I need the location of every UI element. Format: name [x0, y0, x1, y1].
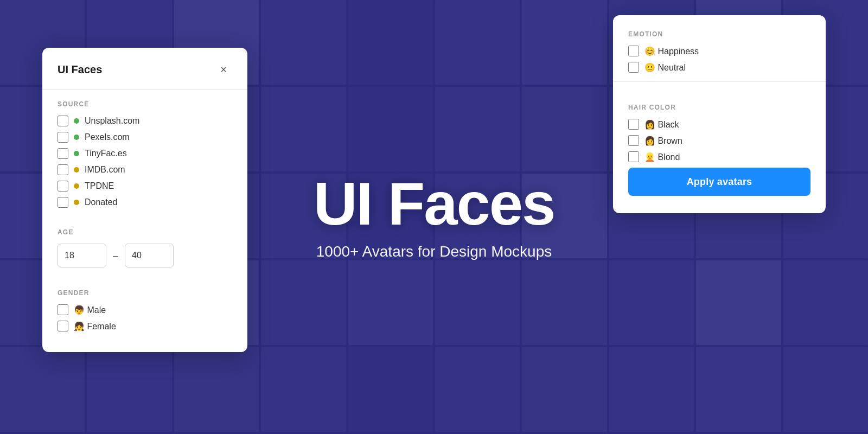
source-section: SOURCE Unsplash.com Pexels.com TinyFac.e…: [42, 90, 247, 208]
hair-color-label: HAIR COLOR: [628, 104, 810, 111]
emotion-happiness-checkbox[interactable]: [628, 46, 639, 56]
source-donated-checkbox[interactable]: [58, 197, 68, 208]
emotion-happiness[interactable]: 😊 Happiness: [628, 46, 810, 56]
hair-brown-checkbox[interactable]: [628, 135, 639, 146]
gender-label: GENDER: [58, 289, 232, 297]
hair-black-checkbox[interactable]: [628, 119, 639, 130]
gender-female[interactable]: 👧 Female: [58, 321, 232, 331]
left-panel: UI Faces × SOURCE Unsplash.com Pexels.co…: [42, 48, 247, 352]
hero-subtitle: 1000+ Avatars for Design Mockups: [314, 243, 555, 260]
hair-blond-checkbox[interactable]: [628, 151, 639, 162]
source-donated-label: Donated: [85, 197, 118, 207]
age-separator: –: [113, 250, 118, 261]
age-min-input[interactable]: [58, 244, 106, 267]
gender-female-checkbox[interactable]: [58, 321, 68, 331]
source-unsplash-label: Unsplash.com: [85, 116, 139, 126]
source-pexels-checkbox[interactable]: [58, 132, 68, 143]
gender-male[interactable]: 👦 Male: [58, 304, 232, 315]
age-row: –: [58, 244, 232, 267]
source-pexels-label: Pexels.com: [85, 132, 130, 142]
hair-blond-label: 👱 Blond: [644, 152, 680, 162]
source-tpdne[interactable]: TPDNE: [58, 181, 232, 192]
source-tpdne-label: TPDNE: [85, 181, 114, 191]
emotion-label: EMOTION: [628, 30, 810, 38]
emotion-neutral-checkbox[interactable]: [628, 62, 639, 73]
dot-unsplash: [74, 118, 79, 124]
source-tpdne-checkbox[interactable]: [58, 181, 68, 192]
dot-imdb: [74, 167, 79, 173]
right-panel: EMOTION 😊 Happiness 😐 Neutral HAIR COLOR…: [613, 15, 826, 213]
hero-title: UI Faces: [314, 174, 555, 234]
source-tinyfac[interactable]: TinyFac.es: [58, 148, 232, 159]
source-tinyfac-checkbox[interactable]: [58, 148, 68, 159]
hair-black[interactable]: 👩 Black: [628, 119, 810, 130]
hair-black-label: 👩 Black: [644, 119, 679, 130]
gender-female-label: 👧 Female: [74, 321, 116, 331]
dot-tpdne: [74, 183, 79, 189]
source-imdb-label: IMDB.com: [85, 165, 125, 175]
panel-divider: [613, 81, 826, 82]
emotion-neutral[interactable]: 😐 Neutral: [628, 62, 810, 73]
gender-section: GENDER 👦 Male 👧 Female: [42, 278, 247, 331]
hair-brown[interactable]: 👩 Brown: [628, 135, 810, 146]
gender-male-label: 👦 Male: [74, 305, 106, 315]
age-label: AGE: [58, 228, 232, 236]
emotion-neutral-label: 😐 Neutral: [644, 62, 686, 73]
panel-header: UI Faces ×: [42, 48, 247, 90]
dot-pexels: [74, 135, 79, 140]
dot-donated: [74, 200, 79, 205]
age-section: AGE –: [42, 218, 247, 267]
apply-avatars-button[interactable]: Apply avatars: [628, 168, 810, 196]
source-donated[interactable]: Donated: [58, 197, 232, 208]
hair-color-section: HAIR COLOR 👩 Black 👩 Brown 👱 Blond: [613, 93, 826, 162]
dot-tinyfac: [74, 151, 79, 156]
hair-brown-label: 👩 Brown: [644, 136, 682, 146]
source-imdb[interactable]: IMDB.com: [58, 164, 232, 175]
age-max-input[interactable]: [125, 244, 174, 267]
emotion-section: EMOTION 😊 Happiness 😐 Neutral: [613, 15, 826, 73]
hair-blond[interactable]: 👱 Blond: [628, 151, 810, 162]
source-tinyfac-label: TinyFac.es: [85, 149, 127, 158]
source-unsplash-checkbox[interactable]: [58, 116, 68, 126]
source-pexels[interactable]: Pexels.com: [58, 132, 232, 143]
source-unsplash[interactable]: Unsplash.com: [58, 116, 232, 126]
panel-title: UI Faces: [58, 63, 102, 76]
emotion-happiness-label: 😊 Happiness: [644, 46, 699, 56]
close-button[interactable]: ×: [215, 61, 232, 78]
gender-male-checkbox[interactable]: [58, 304, 68, 315]
source-imdb-checkbox[interactable]: [58, 164, 68, 175]
hero-section: UI Faces 1000+ Avatars for Design Mockup…: [314, 174, 555, 260]
source-label: SOURCE: [58, 100, 232, 108]
